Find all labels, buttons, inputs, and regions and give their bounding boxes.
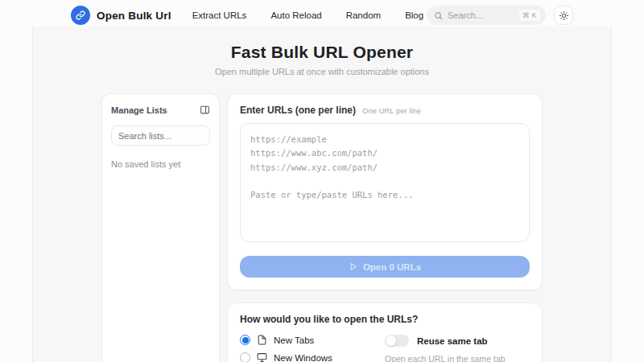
open-options-card: How would you like to open the URLs? New… (227, 302, 543, 362)
empty-lists-message: No saved lists yet (111, 159, 210, 169)
search-lists-input[interactable] (111, 125, 210, 146)
open-options-question: How would you like to open the URLs? (240, 314, 530, 325)
reuse-tab-section: Reuse same tab Open each URL in the same… (385, 335, 530, 362)
brand[interactable]: Open Bulk Url (71, 6, 171, 25)
radio-selected-icon[interactable] (240, 335, 250, 345)
main-column: Enter URLs (one per line) One URL per li… (227, 93, 543, 362)
search-icon (434, 11, 443, 20)
search-placeholder: Search... (448, 10, 514, 20)
url-entry-label: Enter URLs (one per line) (240, 105, 356, 116)
manage-lists-title: Manage Lists (111, 105, 167, 115)
nav-item-random[interactable]: Random (346, 10, 381, 20)
new-windows-label: New Windows (274, 353, 332, 362)
manage-lists-panel: Manage Lists No saved lists yet (101, 93, 220, 362)
main-nav: Extract URLs Auto Reload Random Blog (192, 10, 424, 20)
url-entry-card: Enter URLs (one per line) One URL per li… (227, 93, 543, 290)
hero: Fast Bulk URL Opener Open multiple URLs … (0, 43, 644, 76)
play-icon (349, 262, 357, 271)
toggle-off-switch[interactable] (385, 335, 409, 347)
global-search-input[interactable]: Search... ⌘ K (427, 6, 546, 25)
urls-textarea[interactable]: https://example https://www.abc.com/path… (240, 123, 530, 242)
radio-unselected-icon[interactable] (240, 352, 250, 362)
nav-item-blog[interactable]: Blog (405, 10, 423, 20)
link-logo-icon (71, 6, 90, 25)
reuse-same-tab-label: Reuse same tab (417, 336, 488, 346)
page-subtitle: Open multiple URLs at once with customiz… (0, 67, 644, 76)
collapse-panel-button[interactable] (200, 105, 210, 115)
url-entry-hint: One URL per line (362, 106, 421, 115)
content: Manage Lists No saved lists yet Enter UR… (101, 93, 543, 362)
file-icon (257, 335, 267, 345)
radio-option-new-tabs[interactable]: New Tabs (240, 335, 385, 345)
nav-item-extract-urls[interactable]: Extract URLs (192, 10, 247, 20)
new-tabs-label: New Tabs (274, 335, 314, 345)
nav-item-auto-reload[interactable]: Auto Reload (270, 10, 321, 20)
open-urls-button[interactable]: Open 0 URLs (240, 256, 530, 278)
sun-icon (559, 10, 569, 21)
open-urls-button-label: Open 0 URLs (363, 262, 421, 272)
panel-right-icon (200, 105, 210, 115)
page-title: Fast Bulk URL Opener (0, 43, 644, 62)
radio-option-new-windows[interactable]: New Windows (240, 352, 385, 362)
search-shortcut-badge: ⌘ K (519, 10, 540, 21)
reuse-same-tab-toggle-row[interactable]: Reuse same tab (385, 335, 530, 347)
toggle-knob (386, 335, 396, 346)
theme-toggle-button[interactable] (554, 6, 573, 25)
brand-title: Open Bulk Url (97, 10, 171, 22)
reuse-same-tab-description: Open each URL in the same tab instead of… (385, 353, 530, 362)
open-mode-radio-group: New Tabs New Windows (240, 335, 385, 362)
monitor-icon (257, 352, 267, 362)
navbar: Open Bulk Url Extract URLs Auto Reload R… (0, 0, 644, 31)
